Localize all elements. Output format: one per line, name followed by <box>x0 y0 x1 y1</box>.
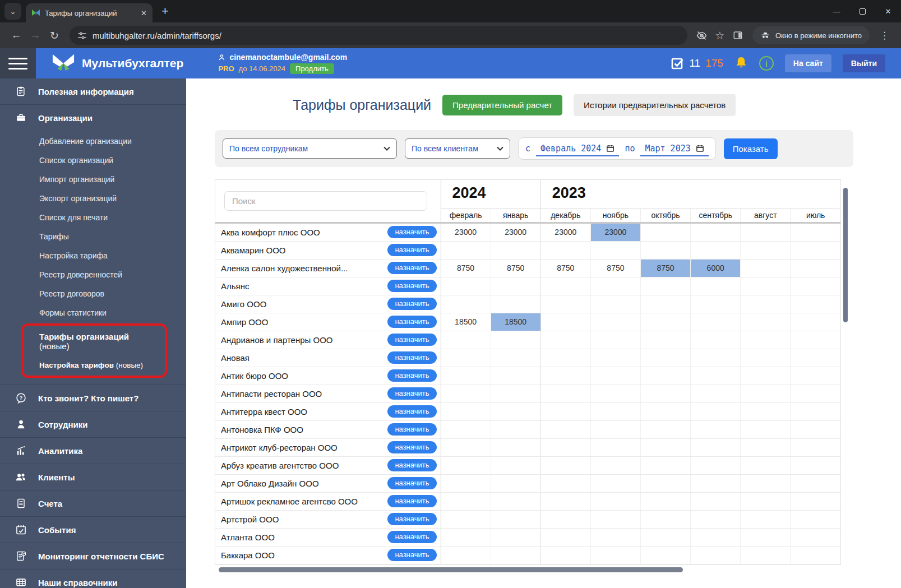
tariff-cell[interactable] <box>741 420 791 438</box>
tariff-cell[interactable] <box>590 241 640 259</box>
sidebar-subitem[interactable]: Импорт организаций <box>0 170 186 189</box>
tariff-cell[interactable] <box>791 402 840 420</box>
tariff-cell[interactable] <box>791 420 840 438</box>
tariff-cell[interactable] <box>791 223 840 241</box>
tariff-cell[interactable] <box>741 492 791 510</box>
tariff-cell[interactable] <box>540 420 590 438</box>
tariff-cell[interactable] <box>641 313 691 331</box>
tariff-cell[interactable]: 8750 <box>491 259 540 277</box>
tariff-cell[interactable]: 8750 <box>540 259 590 277</box>
window-maximize-button[interactable] <box>849 0 875 22</box>
calc-history-button[interactable]: Истории предварительных расчетов <box>574 94 736 116</box>
tariff-cell[interactable]: 8750 <box>441 259 491 277</box>
tariff-cell[interactable] <box>590 438 640 456</box>
window-close-button[interactable]: ✕ <box>875 0 901 22</box>
tariff-cell[interactable] <box>441 331 491 349</box>
tariff-cell[interactable] <box>540 241 590 259</box>
tariff-cell[interactable] <box>590 349 640 367</box>
tariff-cell[interactable] <box>441 546 491 564</box>
tariff-cell[interactable] <box>641 546 691 564</box>
tariff-cell[interactable] <box>791 277 840 295</box>
tariff-cell[interactable] <box>540 385 590 402</box>
tariff-cell[interactable] <box>641 385 691 402</box>
bell-icon[interactable] <box>734 56 748 71</box>
tariff-cell[interactable] <box>741 313 791 331</box>
tariff-cell[interactable] <box>491 510 540 528</box>
tariff-cell[interactable] <box>491 295 540 313</box>
back-icon[interactable]: ← <box>7 29 26 41</box>
tariff-cell[interactable] <box>741 277 791 295</box>
tariff-cell[interactable] <box>491 546 540 564</box>
tariff-cell[interactable] <box>590 492 640 510</box>
tariff-cell[interactable] <box>741 456 791 474</box>
url-bar[interactable]: multibuhgalter.ru/admin/tariffsorgs/ <box>70 26 687 45</box>
sidebar-item[interactable]: События <box>0 517 186 543</box>
tariff-cell[interactable] <box>791 313 840 331</box>
tariff-cell[interactable] <box>741 241 791 259</box>
sidebar-subitem[interactable]: Реестр договоров <box>0 284 186 303</box>
account-email[interactable]: cinemanoctambule@gmail.com <box>229 53 347 62</box>
browser-menu-icon[interactable]: ⋮ <box>875 30 894 41</box>
tariff-cell[interactable] <box>741 349 791 367</box>
sidebar-subitem[interactable]: Формы статистики <box>0 303 186 322</box>
tariff-cell[interactable] <box>741 259 791 277</box>
sidebar-subitem[interactable]: Реестр доверенностей <box>0 265 186 284</box>
tariff-cell[interactable] <box>691 438 741 456</box>
window-minimize-button[interactable]: — <box>824 0 849 22</box>
tariff-cell[interactable] <box>491 349 540 367</box>
assign-button[interactable]: назначить <box>387 549 436 562</box>
tariff-cell[interactable] <box>540 331 590 349</box>
tariff-cell[interactable] <box>641 331 691 349</box>
tariff-cell[interactable] <box>791 295 840 313</box>
tariff-cell[interactable] <box>441 510 491 528</box>
tariff-cell[interactable]: 8750 <box>641 259 691 277</box>
tariff-cell[interactable] <box>691 295 741 313</box>
tariff-cell[interactable] <box>691 402 741 420</box>
bookmark-star-icon[interactable]: ☆ <box>711 29 729 42</box>
tariff-cell[interactable] <box>791 385 840 402</box>
tariff-cell[interactable] <box>691 492 741 510</box>
tariff-cell[interactable]: 23000 <box>441 223 491 241</box>
tariff-cell[interactable] <box>691 349 741 367</box>
tab-search-button[interactable]: ⌄ <box>4 3 21 20</box>
tariff-cell[interactable] <box>540 546 590 564</box>
assign-button[interactable]: назначить <box>387 513 436 526</box>
calendar-icon[interactable] <box>696 144 704 152</box>
tariff-cell[interactable] <box>641 438 691 456</box>
tariff-cell[interactable] <box>741 438 791 456</box>
tariff-cell[interactable] <box>741 528 791 546</box>
date-to-field[interactable]: Март 2023 <box>640 141 708 156</box>
sidebar-subitem[interactable]: Настройка тарифов (новые) <box>24 356 165 374</box>
tariff-cell[interactable] <box>540 313 590 331</box>
tariff-cell[interactable] <box>741 367 791 385</box>
sidebar-subitem[interactable]: Тарифы организаций (новые) <box>24 327 165 356</box>
tariff-cell[interactable] <box>791 349 840 367</box>
assign-button[interactable]: назначить <box>387 244 436 257</box>
tariff-cell[interactable] <box>691 277 741 295</box>
tariff-cell[interactable]: 6000 <box>691 259 741 277</box>
vertical-scrollbar[interactable] <box>843 188 848 322</box>
tariff-cell[interactable] <box>691 385 741 402</box>
assign-button[interactable]: назначить <box>387 423 436 436</box>
show-button[interactable]: Показать <box>724 138 778 159</box>
tariff-cell[interactable] <box>791 241 840 259</box>
assign-button[interactable]: назначить <box>387 477 436 490</box>
tab-close-icon[interactable]: ✕ <box>141 9 147 17</box>
calendar-icon[interactable] <box>606 144 614 152</box>
tariff-cell[interactable] <box>641 528 691 546</box>
tariff-cell[interactable]: 8750 <box>590 259 640 277</box>
tariff-cell[interactable] <box>741 331 791 349</box>
reload-icon[interactable]: ↻ <box>45 29 64 42</box>
tariff-cell[interactable] <box>441 349 491 367</box>
tariff-cell[interactable] <box>441 402 491 420</box>
tariff-cell[interactable] <box>741 402 791 420</box>
tariff-cell[interactable] <box>741 385 791 402</box>
tariff-cell[interactable] <box>791 528 840 546</box>
site-settings-icon[interactable] <box>77 31 87 40</box>
assign-button[interactable]: назначить <box>387 495 436 508</box>
side-panel-icon[interactable] <box>729 30 747 40</box>
sidebar-item[interactable]: Клиенты <box>0 464 186 490</box>
tariff-cell[interactable] <box>791 331 840 349</box>
browser-tab[interactable]: Тарифы организаций ✕ <box>26 3 153 22</box>
tariff-cell[interactable]: 18500 <box>441 313 491 331</box>
